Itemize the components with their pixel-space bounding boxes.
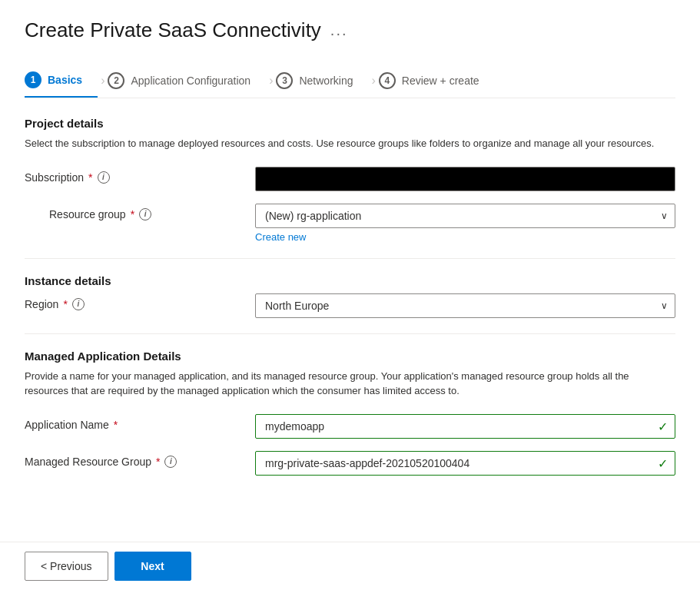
region-label-col: Region * i — [25, 293, 255, 310]
tab-basics[interactable]: 1 Basics — [25, 64, 98, 98]
region-select[interactable]: North Europe — [255, 293, 675, 318]
subscription-label: Subscription — [25, 171, 84, 184]
application-name-label-col: Application Name * — [25, 414, 255, 431]
tab-number-basics: 1 — [25, 71, 41, 88]
resource-group-dropdown-wrapper: (New) rg-application ∨ — [255, 204, 675, 228]
tab-label-networking: Networking — [299, 75, 353, 87]
managed-resource-group-row: Managed Resource Group * i ✓ — [25, 451, 675, 476]
page-title: Create Private SaaS Connectivity — [25, 18, 321, 42]
project-details-desc: Select the subscription to manage deploy… — [25, 136, 675, 151]
managed-app-section: Managed Application Details Provide a na… — [25, 350, 675, 476]
tab-label-basics: Basics — [48, 74, 82, 86]
create-new-link[interactable]: Create new — [255, 231, 306, 243]
managed-resource-group-label-col: Managed Resource Group * i — [25, 451, 255, 468]
resource-group-select[interactable]: (New) rg-application — [255, 204, 675, 228]
resource-group-label: Resource group — [49, 208, 126, 220]
managed-resource-group-label: Managed Resource Group — [25, 456, 151, 468]
tab-review-create[interactable]: 4 Review + create — [379, 65, 495, 97]
wizard-tabs: 1 Basics › 2 Application Configuration ›… — [25, 64, 675, 98]
region-info-icon[interactable]: i — [72, 298, 85, 310]
region-required: * — [63, 298, 67, 310]
tab-label-app-config: Application Configuration — [131, 75, 250, 87]
managed-resource-group-info-icon[interactable]: i — [164, 456, 177, 468]
resource-group-control: (New) rg-application ∨ Create new — [255, 204, 675, 243]
managed-resource-group-input[interactable] — [255, 451, 675, 476]
project-details-section: Project details Select the subscription … — [25, 117, 675, 243]
application-name-label: Application Name — [25, 419, 109, 431]
bottom-nav: < Previous Next — [0, 542, 700, 590]
instance-details-title: Instance details — [25, 274, 675, 287]
subscription-row: Subscription * i — [25, 167, 675, 191]
page-title-row: Create Private SaaS Connectivity ... — [25, 18, 675, 42]
divider-2 — [25, 333, 675, 334]
subscription-label-col: Subscription * i — [25, 167, 255, 184]
managed-resource-group-required: * — [156, 456, 160, 468]
instance-details-section: Instance details Region * i North Europe… — [25, 274, 675, 318]
resource-group-required: * — [131, 208, 134, 220]
previous-button[interactable]: < Previous — [25, 552, 108, 581]
tab-sep-3: › — [372, 74, 376, 88]
project-details-title: Project details — [25, 117, 675, 130]
managed-app-title: Managed Application Details — [25, 350, 675, 363]
subscription-info-icon[interactable]: i — [98, 171, 110, 184]
tab-label-review: Review + create — [402, 75, 479, 87]
next-button[interactable]: Next — [114, 552, 191, 581]
subscription-dropdown-blacked[interactable] — [255, 167, 675, 191]
tab-number-review: 4 — [379, 72, 396, 89]
resource-group-label-col: Resource group * i — [25, 204, 255, 220]
managed-app-desc: Provide a name for your managed applicat… — [25, 369, 675, 399]
resource-group-info-icon[interactable]: i — [139, 208, 151, 220]
subscription-required: * — [88, 171, 92, 184]
region-label: Region — [25, 298, 58, 310]
application-name-input[interactable] — [255, 414, 675, 439]
application-name-row: Application Name * ✓ — [25, 414, 675, 439]
divider-1 — [25, 258, 675, 259]
application-name-check-icon: ✓ — [658, 419, 668, 433]
tab-sep-1: › — [101, 74, 105, 88]
tab-number-app-config: 2 — [108, 72, 124, 89]
subscription-control — [255, 167, 675, 191]
page-options-ellipsis[interactable]: ... — [330, 22, 348, 39]
managed-resource-group-control: ✓ — [255, 451, 675, 476]
tab-networking[interactable]: 3 Networking — [276, 65, 368, 97]
region-row: Region * i North Europe ∨ — [25, 293, 675, 318]
application-name-control: ✓ — [255, 414, 675, 439]
tab-app-config[interactable]: 2 Application Configuration — [108, 65, 266, 97]
application-name-required: * — [114, 419, 118, 431]
region-control: North Europe ∨ — [255, 293, 675, 318]
tab-number-networking: 3 — [276, 72, 293, 89]
application-name-wrapper: ✓ — [255, 414, 675, 439]
managed-resource-group-check-icon: ✓ — [658, 456, 668, 470]
resource-group-row: Resource group * i (New) rg-application … — [25, 204, 675, 243]
tab-sep-2: › — [269, 74, 273, 88]
managed-resource-group-wrapper: ✓ — [255, 451, 675, 476]
region-dropdown-wrapper: North Europe ∨ — [255, 293, 675, 318]
